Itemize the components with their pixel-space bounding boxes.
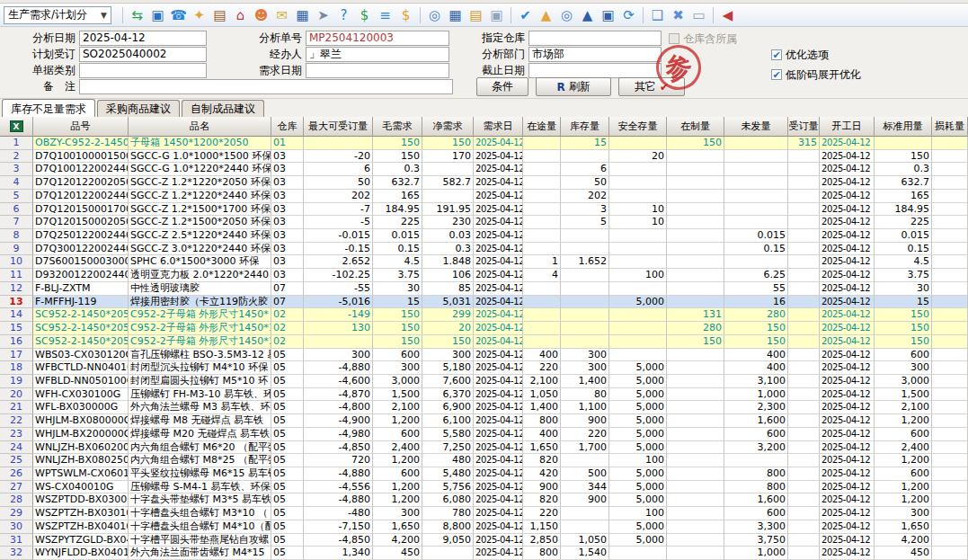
calculator-icon[interactable]: ▦ bbox=[445, 5, 466, 25]
optimize-checkbox[interactable]: ✔ 优化选项 bbox=[771, 49, 829, 61]
table-row[interactable]: 16SC952-2-1450*2050-1C952-2子母箱 外形尺寸1450*… bbox=[0, 335, 968, 349]
exit-icon[interactable]: ◀ bbox=[717, 5, 738, 25]
lock-icon[interactable]: ✦ bbox=[189, 5, 209, 25]
column-header-startdate[interactable]: 开工日 bbox=[820, 117, 875, 137]
column-header-intransit[interactable]: 在途量 bbox=[523, 117, 561, 137]
tab-0[interactable]: 库存不足量需求 bbox=[2, 99, 95, 117]
table-row[interactable]: 19WFBLD-NN050100G封闭型扁圆头拉铆钉 M5*10 环05-4,6… bbox=[0, 375, 968, 388]
close-window-icon[interactable]: ✖ bbox=[668, 5, 688, 25]
table-row[interactable]: 1OBZY-C952-2-1450*20子母箱 1450*1200*205001… bbox=[0, 137, 968, 150]
column-header-reqdate[interactable]: 需求日 bbox=[474, 117, 523, 137]
table-row[interactable]: 12F-BLJ-ZXTM中性透明玻璃胶07-5530852025-04-1255… bbox=[0, 282, 968, 296]
analysis-date-field[interactable]: 2025-04-12 bbox=[79, 31, 207, 46]
cascade-icon[interactable]: ▭ bbox=[688, 5, 709, 25]
cell-wip: 280 bbox=[667, 322, 724, 335]
monitor-pointer-icon[interactable]: ▣ bbox=[598, 5, 618, 25]
column-header-loss[interactable]: 损耗量 bbox=[932, 117, 968, 137]
table-row[interactable]: 8D7Q2501220024400GSGCC-Z 2.5*1220*2440 环… bbox=[0, 229, 968, 243]
key-icon[interactable]: ➤ bbox=[313, 5, 333, 25]
condition-button[interactable]: 条件 bbox=[476, 77, 528, 96]
table-row[interactable]: 18WFBCTLD-NN040100G封闭型沉头拉铆钉 M4*10 环保05-4… bbox=[0, 361, 968, 375]
column-header-stdqty[interactable]: 标准用量 bbox=[875, 117, 932, 137]
end-date-field[interactable] bbox=[528, 63, 662, 78]
table-row[interactable]: 7D7Q1201500020500GSGCC-Z 1.2*1500*2050 环… bbox=[0, 216, 968, 229]
table-row[interactable]: 31WSZPYTZGLD-BX040150G十字槽平圆头带垫燕尾钻自攻螺05-4… bbox=[0, 534, 968, 547]
table-row[interactable]: 25WNLJZH-BX080250G内六角组合螺钉 M8*25 （配平弹0572… bbox=[0, 454, 968, 467]
refresh-button[interactable]: R 刷新 bbox=[536, 77, 611, 96]
dollar-icon[interactable]: $ bbox=[354, 5, 375, 25]
home-icon[interactable]: ⌂ bbox=[230, 5, 251, 25]
help-icon[interactable]: ? bbox=[333, 5, 354, 25]
low-code-checkbox[interactable]: ✔ 低阶码展开优化 bbox=[771, 68, 861, 81]
table-row[interactable]: 23WHJLM-BX200000G焊接螺母 M20 无碰焊点 易车铁05-4,9… bbox=[0, 428, 968, 441]
table-row[interactable]: 6D7Q1201500017000GSGCC-Z 1.2*1500*1700 环… bbox=[0, 203, 968, 217]
column-header-pn[interactable]: 品号 bbox=[33, 117, 129, 137]
table-row[interactable]: 11D932001220024400G透明亚克力板 2.0*1220*24400… bbox=[0, 269, 968, 282]
doc-type-field[interactable] bbox=[79, 63, 207, 78]
table-row[interactable]: 15SC952-2-1450*2050-1C952-2子母箱 外形尺寸1450*… bbox=[0, 322, 968, 335]
mail-icon[interactable]: ✉ bbox=[271, 5, 292, 25]
module-dropdown[interactable]: 生产需求/计划分 ▼ bbox=[4, 6, 111, 24]
table-row[interactable]: 5D7Q1201220024400GSGCC-Z 1.2*1220*2440 环… bbox=[0, 190, 968, 203]
network-icon[interactable]: ▲ bbox=[577, 5, 598, 25]
table-row[interactable]: 20WFH-CX030100G压铆螺钉 FH-M3-10 易车铁、环05-4,8… bbox=[0, 388, 968, 402]
briefcase-icon[interactable]: ▤ bbox=[209, 5, 230, 25]
table-row[interactable]: 21WFL-BX030000G外六角法兰螺母 M3 易车铁、环05-4,8002… bbox=[0, 401, 968, 414]
refresh-icon[interactable]: ⟳ bbox=[618, 5, 639, 25]
remark-field[interactable] bbox=[79, 79, 453, 94]
plan-order-field[interactable]: SO2025040002 bbox=[79, 47, 207, 62]
cell-net: 20 bbox=[422, 322, 474, 335]
table-row[interactable]: 4D7Q1201220020500GSGCC-Z 1.2*1220*2050 环… bbox=[0, 176, 968, 190]
chart-search-icon[interactable]: ◎ bbox=[424, 5, 445, 25]
column-header-safety[interactable]: 安全存量 bbox=[609, 117, 667, 137]
column-header-wh[interactable]: 仓库 bbox=[271, 117, 304, 137]
wh-include-checkbox[interactable]: 仓库含所属 bbox=[669, 32, 737, 45]
table-row[interactable]: 22WHJLM-BX080000G焊接螺母 M8 无碰焊点 易车铁05-4,90… bbox=[0, 414, 968, 428]
card-icon[interactable]: ▦ bbox=[292, 5, 313, 25]
cell-stdqty: 30 bbox=[875, 282, 932, 296]
analysis-dept-field[interactable]: 市场部 bbox=[528, 47, 662, 62]
column-header-wip[interactable]: 在制量 bbox=[667, 117, 724, 137]
table-row[interactable]: 29WSZPTZH-BX030100G十字槽盘头组合螺钉 M3*10 （05-4… bbox=[0, 507, 968, 520]
req-date-field[interactable] bbox=[306, 63, 449, 78]
column-header-ordered[interactable]: 受订量 bbox=[788, 117, 820, 137]
excel-export-header-cell[interactable]: X bbox=[0, 117, 33, 137]
tab-2[interactable]: 自制成品建议 bbox=[182, 100, 264, 117]
drawer-icon[interactable]: ▤ bbox=[466, 5, 486, 25]
table-row[interactable]: 13F-MFFHJ-119焊接用密封胶（卡立119防火胶07-5,016155,… bbox=[0, 296, 968, 309]
users-icon[interactable]: ☻ bbox=[251, 5, 271, 25]
bell-icon[interactable]: ▲ bbox=[536, 5, 556, 25]
handler-field[interactable]: 」翠兰 bbox=[306, 47, 449, 62]
sync-icon[interactable]: ⇆ bbox=[127, 5, 147, 25]
column-header-maxorder[interactable]: 最大可受订量 bbox=[304, 117, 373, 137]
table-row[interactable]: 14SC952-2-1450*2050-1C952-2子母箱 外形尺寸1450*… bbox=[0, 308, 968, 322]
table-row[interactable]: 27WS-CX040010G压铆螺母 S-M4-1 易车铁、环保05-4,556… bbox=[0, 481, 968, 494]
table-row[interactable]: 17WBS03-CX030120G盲孔压铆螺柱 BSO-3.5M3-12 易05… bbox=[0, 349, 968, 362]
column-header-name[interactable]: 品名 bbox=[129, 117, 271, 137]
person-dollar-icon[interactable]: $ bbox=[395, 5, 416, 25]
computer-icon[interactable]: ▣ bbox=[147, 5, 168, 25]
copy-icon[interactable]: ▣ bbox=[486, 5, 507, 25]
column-header-net[interactable]: 净需求 bbox=[422, 117, 474, 137]
table-row[interactable]: 24WNLJZH-BX060200G内六角组合螺钉 M6*20 （配平弹05-4… bbox=[0, 441, 968, 455]
column-header-stock[interactable]: 库存量 bbox=[561, 117, 609, 137]
table-row[interactable]: 2D7Q1001000015000GSGCC-G 1.0*1000*1500 环… bbox=[0, 150, 968, 164]
analysis-no-field[interactable]: MP2504120003 bbox=[306, 31, 449, 46]
designated-wh-field[interactable] bbox=[528, 31, 662, 46]
table-row[interactable]: 3D7Q1001220024400GSGCC-G 1.0*1220*2440 环… bbox=[0, 163, 968, 176]
column-header-gross[interactable]: 毛需求 bbox=[373, 117, 422, 137]
phone-icon[interactable]: ☎ bbox=[168, 5, 189, 25]
table-row[interactable]: 32WYNJFLDD-BX040150G外六角法兰面带齿螺钉 M4*15051,… bbox=[0, 547, 968, 560]
column-header-unshipped[interactable]: 未发量 bbox=[724, 117, 788, 137]
window-icon[interactable]: ❑ bbox=[647, 5, 668, 25]
table-row[interactable]: 10D7S6001500030000GSPHC 6.0*1500*3000 环保… bbox=[0, 255, 968, 269]
table-row[interactable]: 26WPTSWLM-CX060150G平头竖纹拉铆螺母 M6*15 易车铁05-… bbox=[0, 467, 968, 481]
table-row[interactable]: 28WSZPTDD-BX030050G十字盘头带垫螺钉 M3*5 易车铁05-4… bbox=[0, 493, 968, 507]
doc-search-icon[interactable]: ◎ bbox=[556, 5, 577, 25]
table-row[interactable]: 9D7Q3001220024400GSGCC-Z 3.0*1220*2440 环… bbox=[0, 243, 968, 256]
cell-loss bbox=[932, 349, 968, 362]
cart-icon[interactable]: ≡ bbox=[375, 5, 395, 25]
table-row[interactable]: 30WSZPTZH-BX040100G十字槽盘头组合螺钉 M4*10（配05-7… bbox=[0, 520, 968, 534]
check-icon[interactable]: ✔ bbox=[515, 5, 536, 25]
tab-1[interactable]: 采购商品建议 bbox=[97, 100, 180, 117]
